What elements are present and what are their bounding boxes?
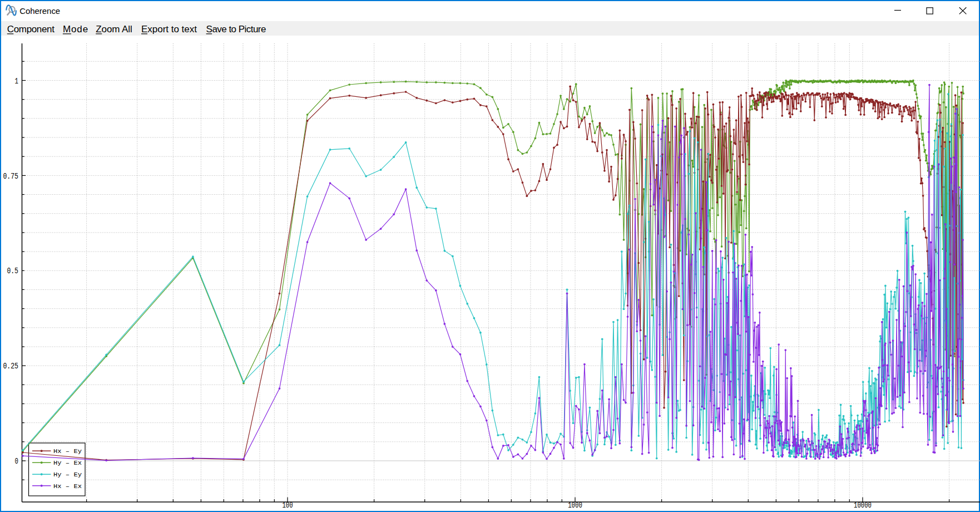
svg-text:Hx – Ex: Hx – Ex (53, 483, 82, 490)
svg-text:1: 1 (15, 77, 18, 86)
svg-text:10000: 10000 (854, 501, 872, 510)
svg-text:0.5: 0.5 (7, 267, 18, 276)
svg-text:Hy – Ey: Hy – Ey (53, 471, 82, 478)
svg-text:Coherence: Coherence (19, 6, 60, 16)
svg-text:Zoom All: Zoom All (96, 24, 132, 35)
svg-text:0.25: 0.25 (3, 362, 18, 371)
svg-text:Hy – Ex: Hy – Ex (53, 460, 82, 466)
svg-text:Save to Picture: Save to Picture (206, 24, 266, 35)
svg-text:Export to text: Export to text (141, 24, 197, 35)
svg-text:1000: 1000 (568, 501, 582, 510)
svg-text:100: 100 (282, 501, 293, 510)
svg-text:0.75: 0.75 (3, 172, 18, 181)
svg-text:Component: Component (7, 24, 55, 35)
svg-text:0: 0 (15, 457, 18, 466)
svg-text:Mode: Mode (63, 24, 88, 35)
svg-text:Hx – Ey: Hx – Ey (53, 448, 82, 455)
